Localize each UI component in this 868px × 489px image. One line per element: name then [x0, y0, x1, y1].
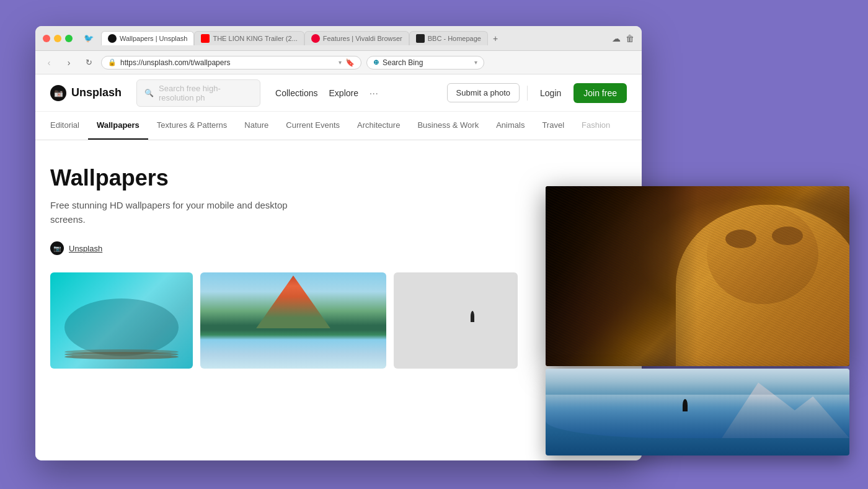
minimize-button[interactable]	[54, 35, 61, 42]
tab-bbc[interactable]: BBC - Homepage	[409, 31, 488, 45]
join-button[interactable]: Join free	[574, 83, 627, 103]
curator-icon: 📷	[50, 241, 64, 255]
site-search-bar[interactable]: 🔍 Search free high-resolution ph	[136, 79, 260, 107]
cat-nature[interactable]: Nature	[236, 112, 277, 140]
close-button[interactable]	[43, 35, 50, 42]
curator-info: 📷 Unsplash	[50, 241, 627, 255]
bookmark-icon[interactable]: 🔖	[345, 58, 355, 67]
url-chevron-icon: ▾	[339, 59, 342, 66]
search-text: Search Bing	[383, 58, 471, 67]
search-bar[interactable]: ⊕ Search Bing ▾	[366, 56, 484, 70]
lock-icon: 🔒	[108, 58, 117, 66]
forward-button[interactable]: ›	[61, 55, 76, 70]
header-divider	[527, 86, 528, 101]
nav-more-dots[interactable]: ···	[370, 88, 379, 98]
title-bar: 🐦 Wallpapers | Unsplash THE LION KING Tr…	[35, 26, 642, 51]
cloud-icon: ☁	[612, 34, 621, 43]
youtube-favicon	[201, 34, 210, 43]
photo-grid	[50, 272, 627, 369]
tab-label-bbc: BBC - Homepage	[428, 35, 481, 42]
bbc-favicon	[416, 34, 425, 43]
logo-icon	[50, 85, 66, 101]
tabs-bar: Wallpapers | Unsplash THE LION KING Trai…	[101, 31, 607, 46]
wave-shape	[546, 395, 849, 438]
cat-wallpapers[interactable]: Wallpapers	[88, 112, 148, 140]
cat-travel[interactable]: Travel	[533, 112, 573, 140]
back-button[interactable]: ‹	[42, 55, 56, 70]
page-description: Free stunning HD wallpapers for your mob…	[50, 199, 627, 227]
site-nav: Collections Explore ···	[275, 88, 437, 98]
toolbar-right: ☁ 🗑	[612, 34, 634, 43]
search-chevron-icon: ▾	[474, 59, 477, 66]
cat-editorial[interactable]: Editorial	[50, 112, 88, 140]
tab-label-unsplash: Wallpapers | Unsplash	[120, 35, 187, 42]
submit-photo-button[interactable]: Submit a photo	[447, 83, 520, 102]
maximize-button[interactable]	[65, 35, 73, 42]
surf-background	[546, 369, 849, 455]
surf-panel[interactable]	[546, 369, 849, 455]
category-nav: Editorial Wallpapers Textures & Patterns…	[35, 112, 642, 140]
twitter-icon: 🐦	[84, 34, 94, 43]
video-content	[546, 186, 849, 366]
bing-icon: ⊕	[373, 58, 379, 66]
url-bar[interactable]: 🔒 https://unsplash.com/t/wallpapers ▾ 🔖	[101, 56, 361, 70]
curator-link[interactable]: Unsplash	[69, 244, 102, 253]
new-tab-button[interactable]: +	[488, 31, 503, 46]
cat-business[interactable]: Business & Work	[409, 112, 487, 140]
vivaldi-favicon	[311, 34, 320, 43]
logo-area: Unsplash	[50, 85, 122, 101]
surfer-silhouette	[683, 399, 688, 411]
tab-label-vivaldi: Features | Vivaldi Browser	[323, 35, 402, 42]
url-text: https://unsplash.com/t/wallpapers	[120, 58, 335, 67]
photo-card-aerial[interactable]	[50, 272, 193, 369]
logo-text: Unsplash	[71, 86, 122, 99]
fur-texture	[546, 186, 849, 366]
site-search-placeholder: Search free high-resolution ph	[159, 84, 252, 102]
cat-animals[interactable]: Animals	[487, 112, 533, 140]
photo-card-mountain[interactable]	[200, 272, 386, 369]
traffic-lights	[43, 35, 73, 42]
tab-vivaldi[interactable]: Features | Vivaldi Browser	[304, 31, 409, 45]
header-actions: Submit a photo Login Join free	[447, 83, 627, 103]
tab-label-youtube: THE LION KING Trailer (2...	[213, 35, 297, 42]
cat-textures[interactable]: Textures & Patterns	[148, 112, 236, 140]
cat-fashion[interactable]: Fashion	[573, 112, 619, 140]
trash-icon[interactable]: 🗑	[626, 34, 634, 43]
cat-architecture[interactable]: Architecture	[348, 112, 409, 140]
tab-youtube[interactable]: THE LION KING Trailer (2...	[194, 31, 304, 45]
photo-card-surf[interactable]	[394, 272, 518, 369]
reload-button[interactable]: ↻	[81, 55, 96, 70]
video-overlay[interactable]	[546, 186, 849, 366]
site-header: Unsplash 🔍 Search free high-resolution p…	[35, 74, 642, 112]
tab-unsplash[interactable]: Wallpapers | Unsplash	[101, 31, 194, 45]
nav-bar: ‹ › ↻ 🔒 https://unsplash.com/t/wallpaper…	[35, 51, 642, 74]
nav-collections[interactable]: Collections	[275, 88, 317, 98]
site-search-icon: 🔍	[144, 89, 154, 97]
login-button[interactable]: Login	[535, 84, 566, 102]
unsplash-favicon	[108, 34, 117, 43]
cat-current-events[interactable]: Current Events	[277, 112, 348, 140]
page-title: Wallpapers	[50, 165, 627, 191]
nav-explore[interactable]: Explore	[329, 88, 358, 98]
